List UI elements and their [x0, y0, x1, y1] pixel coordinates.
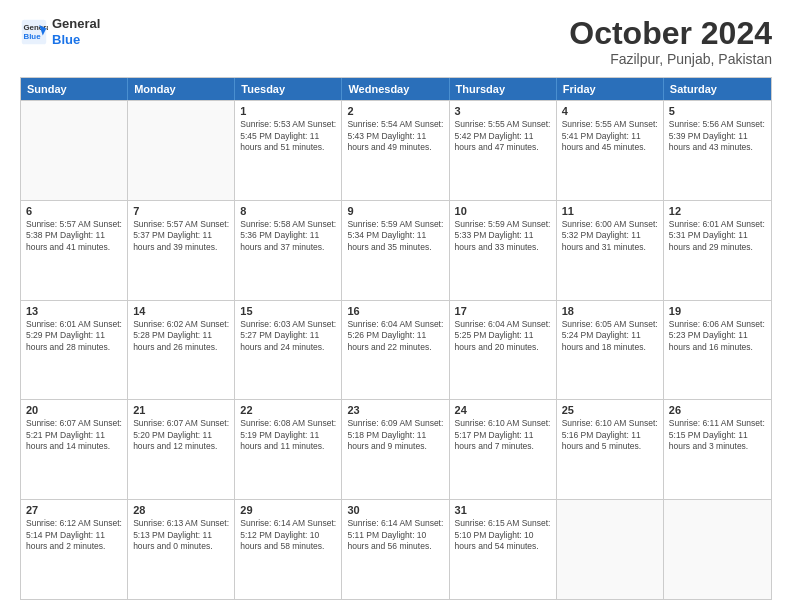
calendar-cell: 13Sunrise: 6:01 AM Sunset: 5:29 PM Dayli…	[21, 301, 128, 400]
day-number: 13	[26, 305, 122, 317]
day-info: Sunrise: 6:07 AM Sunset: 5:21 PM Dayligh…	[26, 418, 122, 452]
calendar-cell: 21Sunrise: 6:07 AM Sunset: 5:20 PM Dayli…	[128, 400, 235, 499]
day-info: Sunrise: 6:10 AM Sunset: 5:16 PM Dayligh…	[562, 418, 658, 452]
calendar-cell: 2Sunrise: 5:54 AM Sunset: 5:43 PM Daylig…	[342, 101, 449, 200]
calendar-cell	[557, 500, 664, 599]
svg-text:Blue: Blue	[24, 32, 42, 41]
day-number: 14	[133, 305, 229, 317]
calendar-cell: 8Sunrise: 5:58 AM Sunset: 5:36 PM Daylig…	[235, 201, 342, 300]
calendar-cell	[21, 101, 128, 200]
calendar-cell	[128, 101, 235, 200]
day-of-week-monday: Monday	[128, 78, 235, 100]
calendar-cell: 16Sunrise: 6:04 AM Sunset: 5:26 PM Dayli…	[342, 301, 449, 400]
day-of-week-tuesday: Tuesday	[235, 78, 342, 100]
calendar-cell: 10Sunrise: 5:59 AM Sunset: 5:33 PM Dayli…	[450, 201, 557, 300]
day-number: 1	[240, 105, 336, 117]
day-number: 30	[347, 504, 443, 516]
day-number: 5	[669, 105, 766, 117]
calendar-row-4: 20Sunrise: 6:07 AM Sunset: 5:21 PM Dayli…	[21, 399, 771, 499]
day-info: Sunrise: 6:03 AM Sunset: 5:27 PM Dayligh…	[240, 319, 336, 353]
day-number: 12	[669, 205, 766, 217]
calendar-cell: 28Sunrise: 6:13 AM Sunset: 5:13 PM Dayli…	[128, 500, 235, 599]
calendar-cell: 11Sunrise: 6:00 AM Sunset: 5:32 PM Dayli…	[557, 201, 664, 300]
calendar-cell: 18Sunrise: 6:05 AM Sunset: 5:24 PM Dayli…	[557, 301, 664, 400]
logo-text-general: General	[52, 16, 100, 32]
calendar-cell: 29Sunrise: 6:14 AM Sunset: 5:12 PM Dayli…	[235, 500, 342, 599]
day-info: Sunrise: 5:57 AM Sunset: 5:37 PM Dayligh…	[133, 219, 229, 253]
header: General Blue General Blue October 2024 F…	[20, 16, 772, 67]
day-info: Sunrise: 6:14 AM Sunset: 5:11 PM Dayligh…	[347, 518, 443, 552]
day-number: 4	[562, 105, 658, 117]
day-number: 6	[26, 205, 122, 217]
calendar-cell: 19Sunrise: 6:06 AM Sunset: 5:23 PM Dayli…	[664, 301, 771, 400]
calendar-cell: 1Sunrise: 5:53 AM Sunset: 5:45 PM Daylig…	[235, 101, 342, 200]
day-info: Sunrise: 6:09 AM Sunset: 5:18 PM Dayligh…	[347, 418, 443, 452]
calendar-cell: 17Sunrise: 6:04 AM Sunset: 5:25 PM Dayli…	[450, 301, 557, 400]
day-of-week-friday: Friday	[557, 78, 664, 100]
day-info: Sunrise: 6:01 AM Sunset: 5:31 PM Dayligh…	[669, 219, 766, 253]
day-of-week-wednesday: Wednesday	[342, 78, 449, 100]
calendar-cell: 6Sunrise: 5:57 AM Sunset: 5:38 PM Daylig…	[21, 201, 128, 300]
logo-text-blue: Blue	[52, 32, 100, 48]
calendar: SundayMondayTuesdayWednesdayThursdayFrid…	[20, 77, 772, 600]
day-number: 24	[455, 404, 551, 416]
day-info: Sunrise: 5:56 AM Sunset: 5:39 PM Dayligh…	[669, 119, 766, 153]
calendar-cell: 7Sunrise: 5:57 AM Sunset: 5:37 PM Daylig…	[128, 201, 235, 300]
day-number: 27	[26, 504, 122, 516]
day-number: 2	[347, 105, 443, 117]
calendar-cell: 22Sunrise: 6:08 AM Sunset: 5:19 PM Dayli…	[235, 400, 342, 499]
calendar-cell: 26Sunrise: 6:11 AM Sunset: 5:15 PM Dayli…	[664, 400, 771, 499]
day-info: Sunrise: 6:12 AM Sunset: 5:14 PM Dayligh…	[26, 518, 122, 552]
calendar-cell: 20Sunrise: 6:07 AM Sunset: 5:21 PM Dayli…	[21, 400, 128, 499]
calendar-row-2: 6Sunrise: 5:57 AM Sunset: 5:38 PM Daylig…	[21, 200, 771, 300]
calendar-row-1: 1Sunrise: 5:53 AM Sunset: 5:45 PM Daylig…	[21, 100, 771, 200]
day-number: 31	[455, 504, 551, 516]
day-info: Sunrise: 6:07 AM Sunset: 5:20 PM Dayligh…	[133, 418, 229, 452]
calendar-cell: 25Sunrise: 6:10 AM Sunset: 5:16 PM Dayli…	[557, 400, 664, 499]
calendar-header: SundayMondayTuesdayWednesdayThursdayFrid…	[21, 78, 771, 100]
day-info: Sunrise: 6:06 AM Sunset: 5:23 PM Dayligh…	[669, 319, 766, 353]
day-number: 26	[669, 404, 766, 416]
day-number: 15	[240, 305, 336, 317]
day-number: 21	[133, 404, 229, 416]
day-info: Sunrise: 5:55 AM Sunset: 5:42 PM Dayligh…	[455, 119, 551, 153]
day-number: 3	[455, 105, 551, 117]
day-number: 25	[562, 404, 658, 416]
day-number: 28	[133, 504, 229, 516]
day-number: 10	[455, 205, 551, 217]
calendar-cell: 3Sunrise: 5:55 AM Sunset: 5:42 PM Daylig…	[450, 101, 557, 200]
day-info: Sunrise: 6:04 AM Sunset: 5:26 PM Dayligh…	[347, 319, 443, 353]
day-info: Sunrise: 6:08 AM Sunset: 5:19 PM Dayligh…	[240, 418, 336, 452]
day-of-week-saturday: Saturday	[664, 78, 771, 100]
day-number: 23	[347, 404, 443, 416]
day-number: 20	[26, 404, 122, 416]
day-number: 18	[562, 305, 658, 317]
day-info: Sunrise: 6:15 AM Sunset: 5:10 PM Dayligh…	[455, 518, 551, 552]
calendar-row-5: 27Sunrise: 6:12 AM Sunset: 5:14 PM Dayli…	[21, 499, 771, 599]
day-info: Sunrise: 6:02 AM Sunset: 5:28 PM Dayligh…	[133, 319, 229, 353]
day-number: 7	[133, 205, 229, 217]
day-info: Sunrise: 5:59 AM Sunset: 5:34 PM Dayligh…	[347, 219, 443, 253]
calendar-cell	[664, 500, 771, 599]
day-number: 17	[455, 305, 551, 317]
calendar-cell: 24Sunrise: 6:10 AM Sunset: 5:17 PM Dayli…	[450, 400, 557, 499]
calendar-cell: 14Sunrise: 6:02 AM Sunset: 5:28 PM Dayli…	[128, 301, 235, 400]
day-number: 8	[240, 205, 336, 217]
calendar-cell: 30Sunrise: 6:14 AM Sunset: 5:11 PM Dayli…	[342, 500, 449, 599]
logo: General Blue General Blue	[20, 16, 100, 47]
calendar-cell: 27Sunrise: 6:12 AM Sunset: 5:14 PM Dayli…	[21, 500, 128, 599]
calendar-cell: 9Sunrise: 5:59 AM Sunset: 5:34 PM Daylig…	[342, 201, 449, 300]
day-info: Sunrise: 6:10 AM Sunset: 5:17 PM Dayligh…	[455, 418, 551, 452]
day-info: Sunrise: 6:05 AM Sunset: 5:24 PM Dayligh…	[562, 319, 658, 353]
day-info: Sunrise: 6:13 AM Sunset: 5:13 PM Dayligh…	[133, 518, 229, 552]
day-of-week-thursday: Thursday	[450, 78, 557, 100]
calendar-cell: 5Sunrise: 5:56 AM Sunset: 5:39 PM Daylig…	[664, 101, 771, 200]
day-number: 29	[240, 504, 336, 516]
day-info: Sunrise: 5:57 AM Sunset: 5:38 PM Dayligh…	[26, 219, 122, 253]
logo-icon: General Blue	[20, 18, 48, 46]
calendar-body: 1Sunrise: 5:53 AM Sunset: 5:45 PM Daylig…	[21, 100, 771, 599]
day-number: 16	[347, 305, 443, 317]
day-info: Sunrise: 5:54 AM Sunset: 5:43 PM Dayligh…	[347, 119, 443, 153]
calendar-row-3: 13Sunrise: 6:01 AM Sunset: 5:29 PM Dayli…	[21, 300, 771, 400]
subtitle: Fazilpur, Punjab, Pakistan	[569, 51, 772, 67]
